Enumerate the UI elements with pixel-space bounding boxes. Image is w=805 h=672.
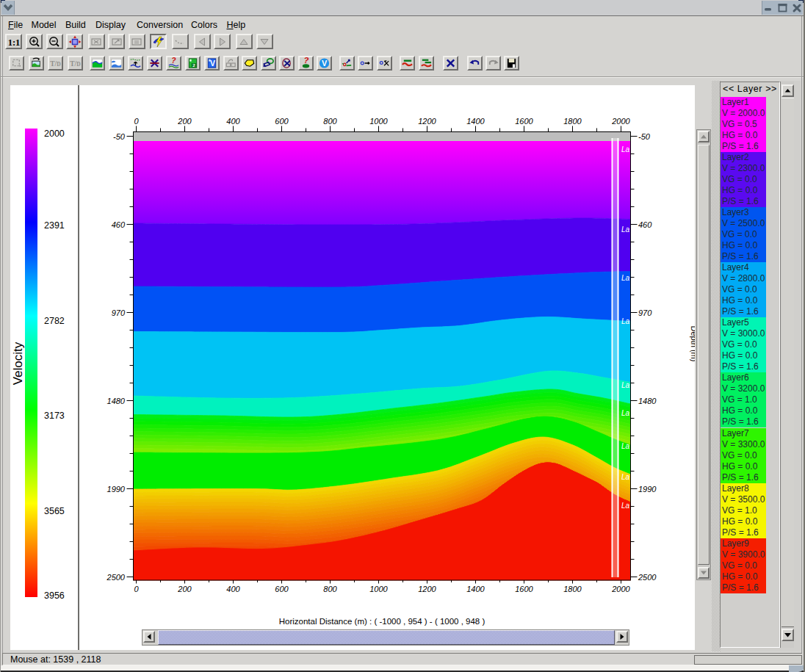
svg-text:1990: 1990 [107,485,126,494]
svg-text:1200: 1200 [418,585,436,593]
svg-text:3173: 3173 [44,411,65,421]
svg-text:?: ? [171,57,176,65]
svg-text:La: La [621,145,630,153]
svg-text:Horizontal Distance (m) : ( -1: Horizontal Distance (m) : ( -1000 , 954 … [279,617,485,626]
svg-text:-50: -50 [638,132,651,141]
svg-text:1000: 1000 [369,585,388,593]
svg-text:La: La [621,502,630,510]
svg-text:3565: 3565 [44,506,65,516]
svg-text:2000: 2000 [611,117,630,126]
svg-text:La: La [621,473,630,481]
svg-text:200: 200 [177,585,192,593]
svg-text:800: 800 [323,117,337,126]
svg-text:1990: 1990 [638,485,657,494]
svg-text:Depth (m): Depth (m) [690,326,695,362]
svg-text:La: La [621,317,630,325]
svg-text:600: 600 [275,117,289,126]
svg-text:2: 2 [192,62,195,68]
svg-text:2500: 2500 [107,573,126,582]
svg-text:1800: 1800 [563,117,582,126]
svg-text:1400: 1400 [466,117,485,126]
svg-text:1800: 1800 [563,585,582,593]
svg-text:970: 970 [112,308,126,317]
svg-text:0: 0 [134,585,139,593]
svg-text:600: 600 [275,585,289,593]
svg-text:400: 400 [226,585,240,593]
svg-text:1600: 1600 [515,117,533,126]
svg-text:V: V [322,59,328,68]
svg-text:800: 800 [323,585,337,593]
svg-text:460: 460 [638,220,652,229]
svg-text:400: 400 [226,117,240,126]
svg-text:T/D: T/D [70,60,81,68]
svg-text:?: ? [303,57,308,65]
svg-text:0: 0 [134,117,139,126]
svg-text:460: 460 [112,220,126,229]
svg-text:La: La [621,225,630,234]
svg-text:La: La [621,381,630,389]
svg-text:970: 970 [638,308,652,317]
svg-text:1400: 1400 [466,585,485,593]
svg-text:La: La [621,409,630,417]
svg-text:1000: 1000 [369,117,388,126]
svg-text:-50: -50 [113,132,126,141]
svg-text:La: La [621,442,630,450]
svg-text:2500: 2500 [638,573,657,582]
svg-text:1480: 1480 [107,397,126,405]
svg-text:1:1: 1:1 [7,37,20,47]
svg-text:200: 200 [177,117,192,126]
svg-text:2391: 2391 [44,220,65,231]
svg-text:1480: 1480 [638,397,657,405]
svg-text:1200: 1200 [418,117,436,126]
svg-text:2000: 2000 [44,129,65,139]
svg-text:3956: 3956 [44,590,65,601]
svg-text:2782: 2782 [44,316,65,326]
svg-text:2000: 2000 [611,585,630,593]
svg-text:V: V [209,59,214,68]
svg-text:1600: 1600 [515,585,533,593]
svg-text:La: La [621,274,630,282]
svg-text:Velocity: Velocity [11,342,25,385]
svg-text:T/D: T/D [50,60,61,68]
